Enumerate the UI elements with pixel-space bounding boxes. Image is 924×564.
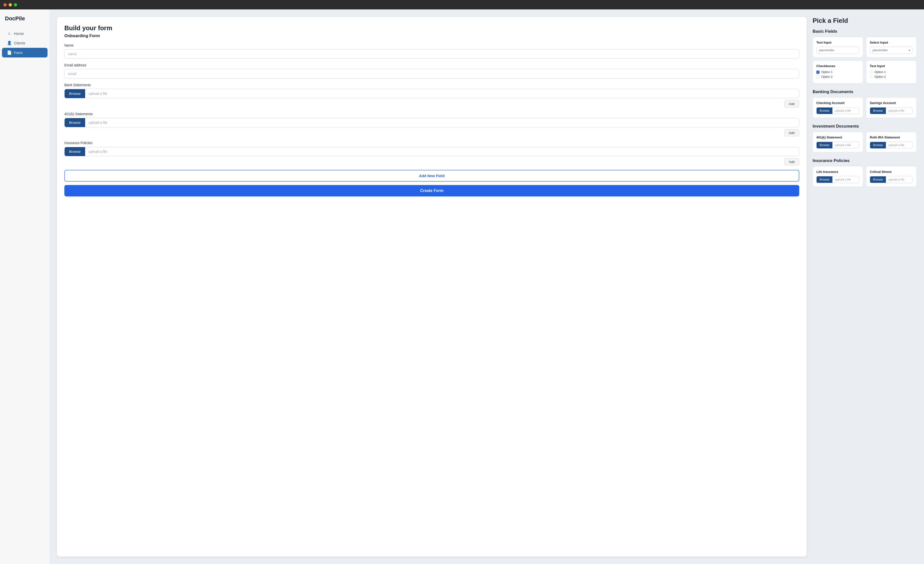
app-container: DocPile ⌂ Home 👤 Clients 📄 Form Build yo… [0,9,924,564]
radio-option1-row: Option 1 [870,70,913,74]
select-placeholder: placeholder [873,48,888,52]
bank-statements-upload-label: upload a file [85,89,799,98]
radio-input-card[interactable]: Text Input Option 1 Option 2 [866,60,916,83]
sidebar-item-home[interactable]: ⌂ Home [2,29,48,38]
roth-ira-browse[interactable]: Browse [870,142,886,148]
checking-account-upload: Browse upload a file [816,107,860,114]
insurance-policies-add[interactable]: Add [784,158,799,165]
401k-statements-add-row: Add [64,129,799,137]
savings-account-browse[interactable]: Browse [870,107,886,114]
life-insurance-browse[interactable]: Browse [817,176,832,183]
401k-statement-title: 401(k) Statement [816,135,860,139]
checking-account-browse[interactable]: Browse [817,107,832,114]
pick-title: Pick a Field [813,17,916,24]
roth-ira-upload: Browse upload a file [870,142,913,149]
401k-statement-browse[interactable]: Browse [817,142,832,148]
checkboxes-card[interactable]: Checkboxes ✓ Option 1 Option 2 [813,60,863,83]
name-field-label: Name [64,44,799,47]
401k-statement-upload: Browse upload a file [816,142,860,149]
savings-account-card[interactable]: Savings Account Browse upload a file [866,97,916,118]
chevron-down-icon: ▾ [909,48,910,52]
bank-statements-group: Bank Statements Browse upload a file Add [64,83,799,107]
banking-docs-title: Banking Documents [813,89,916,94]
bank-statements-browse[interactable]: Browse [64,89,85,98]
life-insurance-title: Life Insurance [816,170,860,174]
checkboxes-card-title: Checkboxes [816,64,860,68]
titlebar [0,0,924,9]
email-input[interactable] [64,69,799,78]
critical-illness-title: Critical Illness [870,170,913,174]
radio-option2 [870,75,873,78]
add-new-field-button[interactable]: Add New Field [64,170,799,182]
radio-input-card-title: Text Input [870,64,913,68]
insurance-policies-upload-label: upload a file [85,147,799,156]
life-insurance-upload: Browse upload a file [816,176,860,183]
select-input-card[interactable]: Select Input placeholder ▾ [866,37,916,57]
401k-statements-add[interactable]: Add [784,129,799,137]
bank-statements-add[interactable]: Add [784,100,799,107]
insurance-policies-browse[interactable]: Browse [64,147,85,156]
life-insurance-upload-label: upload a file [832,176,854,183]
create-form-button[interactable]: Create Form [64,185,799,196]
sidebar: DocPile ⌂ Home 👤 Clients 📄 Form [0,9,50,564]
checkbox-option2-unchecked [816,75,819,78]
sidebar-item-form[interactable]: 📄 Form [2,48,48,57]
main-content: Build your form Onboarding Form Name Ema… [50,9,924,564]
investment-docs-grid: 401(k) Statement Browse upload a file Ro… [813,132,916,152]
text-input-card-title: Text Input [816,41,860,44]
sidebar-item-clients-label: Clients [14,41,25,45]
401k-statement-card[interactable]: 401(k) Statement Browse upload a file [813,132,863,152]
insurance-policies-upload: Browse upload a file [64,147,799,156]
checking-account-title: Checking Account [816,101,860,105]
checkmark-icon: ✓ [817,71,819,73]
roth-ira-title: Roth IRA Statement [870,135,913,139]
text-input-card[interactable]: Text Input [813,37,863,57]
form-icon: 📄 [7,50,11,55]
critical-illness-upload: Browse upload a file [870,176,913,183]
checkbox-option1-row: ✓ Option 1 [816,70,860,74]
checkbox-option2-label: Option 2 [821,75,832,78]
home-icon: ⌂ [7,31,11,36]
name-field-group: Name [64,44,799,59]
name-input[interactable] [64,49,799,59]
insurance-policies-grid: Life Insurance Browse upload a file Crit… [813,166,916,187]
email-field-label: Email address [64,63,799,67]
maximize-button[interactable] [14,3,17,6]
savings-account-upload-label: upload a file [886,107,907,114]
minimize-button[interactable] [9,3,12,6]
checking-account-card[interactable]: Checking Account Browse upload a file [813,97,863,118]
critical-illness-browse[interactable]: Browse [870,176,886,183]
savings-account-upload: Browse upload a file [870,107,913,114]
select-input-card-title: Select Input [870,41,913,44]
basic-fields-grid: Text Input Select Input placeholder ▾ Ch… [813,37,916,83]
401k-statements-label: 401(k) Statements [64,112,799,116]
text-input-mock [816,47,860,54]
investment-docs-title: Investment Documents [813,124,916,129]
critical-illness-card[interactable]: Critical Illness Browse upload a file [866,166,916,187]
select-mock: placeholder ▾ [870,47,913,54]
life-insurance-card[interactable]: Life Insurance Browse upload a file [813,166,863,187]
roth-ira-card[interactable]: Roth IRA Statement Browse upload a file [866,132,916,152]
logo: DocPile [0,15,50,29]
bank-statements-label: Bank Statements [64,83,799,87]
insurance-policies-title: Insurance Policies [813,158,916,163]
clients-icon: 👤 [7,41,11,45]
pick-panel: Pick a Field Basic Fields Text Input Sel… [813,17,916,556]
insurance-policies-group: Insurance Policies Browse upload a file … [64,141,799,165]
sidebar-item-form-label: Form [14,51,22,55]
radio-option2-label: Option 2 [874,75,886,78]
email-field-group: Email address [64,63,799,78]
401k-statements-browse[interactable]: Browse [64,118,85,127]
401k-statements-upload-label: upload a file [85,118,799,127]
critical-illness-upload-label: upload a file [886,176,907,183]
sidebar-item-home-label: Home [14,32,24,36]
form-builder: Build your form Onboarding Form Name Ema… [57,17,807,556]
form-name: Onboarding Form [64,33,799,38]
401k-statement-upload-label: upload a file [832,142,854,148]
radio-option1 [870,71,873,74]
banking-docs-grid: Checking Account Browse upload a file Sa… [813,97,916,118]
close-button[interactable] [3,3,7,6]
savings-account-title: Savings Account [870,101,913,105]
bank-statements-add-row: Add [64,100,799,107]
sidebar-item-clients[interactable]: 👤 Clients [2,38,48,48]
